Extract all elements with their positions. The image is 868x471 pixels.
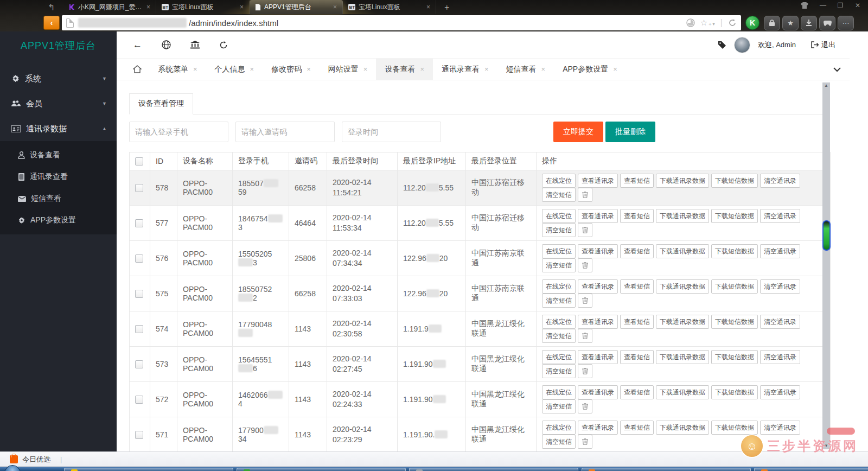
sidebar-item-members[interactable]: 会员 ▼	[0, 91, 117, 116]
action-view-sms[interactable]: 查看短信	[620, 209, 654, 223]
close-icon[interactable]: ×	[333, 3, 337, 11]
nav-back-button[interactable]: ‹	[43, 16, 60, 30]
row-checkbox[interactable]	[135, 219, 143, 227]
globe-icon[interactable]	[162, 40, 171, 49]
tabstrip-more-button[interactable]	[833, 59, 841, 80]
sidebar-item-contacts-data[interactable]: 通讯录数据 ▲	[0, 116, 117, 141]
delete-row-button[interactable]	[578, 399, 592, 413]
skin-icon[interactable]	[801, 2, 810, 9]
action-view-contacts[interactable]: 查看通讯录	[578, 174, 618, 188]
games-icon[interactable]	[819, 16, 835, 30]
action-online-locate[interactable]: 在线定位	[542, 315, 576, 329]
action-view-contacts[interactable]: 查看通讯录	[578, 209, 618, 223]
delete-row-button[interactable]	[578, 188, 592, 202]
row-checkbox[interactable]	[135, 184, 143, 192]
browser-tab-4[interactable]: BT 宝塔Linux面板 ×	[343, 0, 436, 14]
taskbar-button[interactable]	[754, 468, 868, 471]
action-online-locate[interactable]: 在线定位	[542, 350, 576, 364]
url-bar[interactable]: /admin/index/index.shtml ☆＋▾ |	[62, 15, 741, 30]
sidebar-item-app-params[interactable]: APP参数设置	[0, 209, 117, 231]
row-checkbox[interactable]	[135, 325, 143, 333]
taskbar-button[interactable]	[582, 468, 751, 471]
download-icon[interactable]	[801, 16, 817, 30]
action-view-contacts[interactable]: 查看通讯录	[578, 350, 618, 364]
home-tab[interactable]	[125, 59, 149, 80]
delete-row-button[interactable]	[578, 364, 592, 378]
taskbar-button[interactable]	[64, 468, 233, 471]
action-download-sms-data[interactable]: 下载短信数据	[711, 244, 758, 258]
action-clear-contacts[interactable]: 清空通讯录	[760, 421, 800, 435]
row-checkbox[interactable]	[135, 396, 143, 404]
tab-site-settings[interactable]: 网站设置×	[320, 59, 376, 80]
favorites-icon[interactable]: ★	[782, 16, 799, 30]
action-download-sms-data[interactable]: 下载短信数据	[711, 174, 758, 188]
action-download-contacts-data[interactable]: 下载通讯录数据	[656, 385, 709, 399]
avatar[interactable]	[734, 37, 750, 53]
close-icon[interactable]: ×	[484, 65, 489, 73]
select-all-checkbox[interactable]	[135, 157, 143, 166]
action-view-contacts[interactable]: 查看通讯录	[578, 421, 618, 435]
tab-sms-view[interactable]: 短信查看×	[497, 59, 554, 80]
tab-device-view-active[interactable]: 设备查看×	[376, 59, 433, 80]
tag-icon[interactable]	[718, 41, 726, 49]
action-download-contacts-data[interactable]: 下载通讯录数据	[656, 315, 709, 329]
minimize-button[interactable]: —	[818, 2, 828, 9]
lock-icon[interactable]	[764, 16, 780, 30]
delete-row-button[interactable]	[578, 258, 592, 272]
close-window-button[interactable]: ✕	[853, 2, 863, 9]
tab-contacts-view[interactable]: 通讯录查看×	[433, 59, 497, 80]
scrollbar-thumb[interactable]	[822, 220, 831, 251]
action-clear-contacts[interactable]: 清空通讯录	[760, 350, 800, 364]
browser-tab-3-active[interactable]: APPV1管理后台 ×	[250, 0, 343, 14]
tab-change-password[interactable]: 修改密码×	[263, 59, 320, 80]
action-online-locate[interactable]: 在线定位	[542, 244, 576, 258]
history-back-icon[interactable]: ↰	[48, 2, 59, 12]
taskbar-button[interactable]	[237, 468, 406, 471]
pinwheel-icon[interactable]	[686, 18, 695, 27]
action-online-locate[interactable]: 在线定位	[542, 174, 576, 188]
action-online-locate[interactable]: 在线定位	[542, 385, 576, 399]
delete-row-button[interactable]	[578, 329, 592, 343]
delete-row-button[interactable]	[578, 435, 592, 449]
row-checkbox[interactable]	[135, 360, 143, 368]
action-download-sms-data[interactable]: 下载短信数据	[711, 209, 758, 223]
action-download-contacts-data[interactable]: 下载通讯录数据	[656, 421, 709, 435]
k-extension-button[interactable]: K	[745, 16, 760, 30]
row-checkbox[interactable]	[135, 254, 143, 263]
tab-personal-info[interactable]: 个人信息×	[206, 59, 263, 80]
action-view-contacts[interactable]: 查看通讯录	[578, 279, 618, 294]
action-view-sms[interactable]: 查看短信	[620, 385, 654, 399]
action-download-sms-data[interactable]: 下载短信数据	[711, 421, 758, 435]
bookmark-add-icon[interactable]: ☆＋▾	[700, 18, 715, 28]
action-clear-sms[interactable]: 清空短信	[542, 329, 576, 343]
close-icon[interactable]: ×	[193, 65, 197, 73]
action-view-contacts[interactable]: 查看通讯录	[578, 244, 618, 258]
sidebar-item-sms-view[interactable]: 短信查看	[0, 188, 117, 209]
action-view-sms[interactable]: 查看短信	[620, 244, 654, 258]
action-clear-contacts[interactable]: 清空通讯录	[760, 315, 800, 329]
action-download-contacts-data[interactable]: 下载通讯录数据	[656, 279, 709, 294]
action-clear-contacts[interactable]: 清空通讯录	[760, 209, 800, 223]
action-view-sms[interactable]: 查看短信	[620, 174, 654, 188]
action-clear-contacts[interactable]: 清空通讯录	[760, 174, 800, 188]
action-download-contacts-data[interactable]: 下载通讯录数据	[656, 244, 709, 258]
menu-more-icon[interactable]: ⋯	[838, 16, 854, 30]
submit-button[interactable]: 立即提交	[553, 122, 603, 142]
action-view-contacts[interactable]: 查看通讯录	[578, 315, 618, 329]
action-download-sms-data[interactable]: 下载短信数据	[711, 350, 758, 364]
close-icon[interactable]: ×	[363, 65, 368, 73]
close-icon[interactable]: ×	[146, 3, 150, 11]
invite-code-search-input[interactable]	[235, 122, 335, 142]
bank-icon[interactable]	[190, 41, 200, 49]
action-view-sms[interactable]: 查看短信	[620, 350, 654, 364]
sidebar-item-device-view[interactable]: 设备查看	[0, 144, 117, 166]
action-clear-contacts[interactable]: 清空通讯录	[760, 279, 800, 294]
action-download-contacts-data[interactable]: 下载通讯录数据	[656, 209, 709, 223]
action-clear-sms[interactable]: 清空短信	[542, 258, 576, 272]
delete-row-button[interactable]	[578, 223, 592, 237]
action-view-contacts[interactable]: 查看通讯录	[578, 385, 618, 399]
taskbar-button[interactable]	[409, 468, 578, 471]
action-view-sms[interactable]: 查看短信	[620, 279, 654, 294]
back-icon[interactable]: ←	[133, 40, 142, 50]
tab-app-params[interactable]: APP参数设置×	[554, 59, 626, 80]
